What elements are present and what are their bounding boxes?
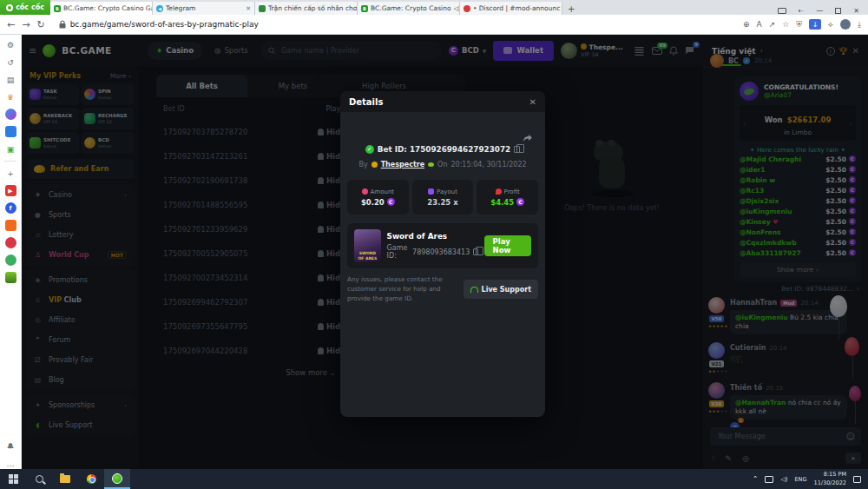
notification-bell-icon[interactable]: 🔔︎	[5, 440, 16, 452]
messenger-icon[interactable]	[5, 109, 16, 120]
bet-details-modal: Details ✕ ✓ Bet ID: 1750926994627923072 …	[340, 91, 545, 417]
game-card: SWORD OF ARES Sword of Ares Game ID: 789…	[347, 223, 538, 268]
action-center-icon[interactable]	[853, 476, 861, 483]
tab-title: BC.Game: Crypto Casino Ga	[63, 4, 153, 12]
medal-icon	[372, 162, 378, 168]
profile-avatar-icon[interactable]	[840, 19, 851, 30]
coccoc-sidebar: ⚙ ↺ ▤ ♛ ▣ + ▶ f 🔔︎ …	[0, 35, 22, 469]
chrome-icon[interactable]	[78, 469, 104, 489]
share-icon[interactable]: ↗	[769, 20, 776, 29]
close-window-button[interactable]: ✕	[853, 7, 859, 15]
youtube-icon[interactable]: ▶	[5, 185, 16, 196]
profit-icon	[496, 188, 502, 195]
bet-stats: Amount $0.20C Payout 23.25 x Profit $4.4…	[347, 180, 538, 215]
more-options-icon[interactable]: …	[5, 458, 16, 469]
divider	[4, 161, 16, 162]
taskbar-search-icon[interactable]	[26, 469, 52, 489]
speaker-icon[interactable]: ◁)	[780, 476, 787, 483]
start-button[interactable]	[0, 469, 26, 489]
bet-id-line: ✓ Bet ID: 1750926994627923072	[340, 145, 545, 154]
network-icon[interactable]	[765, 476, 773, 483]
screen: cốc cốc B BC.Game: Crypto Casino Ga ✕ ◀ …	[0, 0, 868, 489]
hidden-icons-chevron[interactable]: ⌃	[753, 475, 759, 483]
tab-discord[interactable]: • Discord | #mod-announc ✕	[460, 2, 562, 15]
bcgame-favicon: B	[361, 5, 368, 12]
close-modal-icon[interactable]: ✕	[529, 97, 536, 107]
cast-icon[interactable]	[778, 8, 786, 14]
windows-taskbar: ⌃ ◁) ENG 8:15 PM 11/30/2022	[0, 469, 868, 489]
address-bar: ← → ↻ bc.game/game/sword-of-ares-by-prag…	[0, 15, 868, 35]
tab-telegram[interactable]: ◀ Telegram ✕	[153, 2, 255, 15]
garden-game-icon[interactable]	[5, 272, 16, 283]
history-icon[interactable]: ↺	[5, 56, 16, 68]
translate-icon[interactable]: A	[757, 20, 762, 29]
browser-tab-bar: cốc cốc B BC.Game: Crypto Casino Ga ✕ ◀ …	[0, 0, 868, 15]
bet-datetime: 20:15:04, 30/11/2022	[450, 161, 526, 169]
coin-icon: C	[387, 198, 395, 206]
tab-tran-chien[interactable]: Trận chiến cấp số nhân chơi ✕	[255, 2, 358, 15]
minimize-button[interactable]: —	[816, 7, 823, 15]
clock-time: 8:15 PM	[814, 471, 846, 479]
shopee-icon[interactable]	[5, 220, 16, 231]
modal-title: Details	[349, 97, 383, 107]
stat-profit: Profit $4.45C	[477, 180, 538, 215]
download-button[interactable]: ↓	[809, 19, 821, 30]
game-id-value: 7898093683413	[412, 248, 470, 256]
url-box[interactable]: bc.game/game/sword-of-ares-by-pragmatic-…	[52, 17, 736, 32]
facebook-icon[interactable]: f	[5, 202, 16, 214]
live-support-button[interactable]: Live Support	[464, 280, 538, 299]
app-icon-red[interactable]	[5, 237, 16, 248]
verified-check-icon: ✓	[365, 145, 374, 154]
game-title: Sword of Ares	[387, 232, 478, 241]
copy-bet-id-icon[interactable]	[514, 146, 520, 153]
tab-bcgame-2[interactable]: B BC.Game: Crypto Casino ◁) ✕	[358, 2, 460, 15]
add-shortcut-icon[interactable]: +	[5, 168, 16, 179]
taskbar-clock[interactable]: 8:15 PM 11/30/2022	[814, 471, 846, 488]
play-now-button[interactable]: Play Now	[484, 235, 531, 256]
bcgame-favicon: B	[54, 5, 61, 12]
bet-author-line: By Thespectre On 20:15:04, 30/11/2022	[340, 161, 545, 169]
gamepad-icon[interactable]: ▣	[5, 143, 16, 155]
coccoc-taskbar-icon[interactable]	[104, 469, 130, 489]
keyboard-language[interactable]: ENG	[795, 476, 807, 483]
extension-icon[interactable]: ⟡	[828, 20, 833, 30]
app-icon-green[interactable]	[5, 254, 16, 266]
game-thumbnail[interactable]: SWORD OF ARES	[354, 229, 381, 262]
forward-icon[interactable]: →	[22, 20, 30, 30]
reading-list-icon[interactable]: ▤	[5, 74, 16, 85]
tab-bcgame-1[interactable]: B BC.Game: Crypto Casino Ga ✕	[50, 2, 153, 15]
stat-amount: Amount $0.20C	[347, 180, 409, 215]
bcgame-page: ≡ BC.GAME My VIP Perks More › TASKbonus …	[22, 35, 868, 469]
settings-gear-icon[interactable]: ⚙	[5, 39, 16, 50]
close-tab-icon[interactable]: ✕	[246, 5, 251, 12]
coccoc-logo-icon	[6, 4, 13, 11]
discord-favicon	[464, 5, 470, 12]
crown-icon[interactable]: ♛	[5, 91, 16, 102]
tab-title: Telegram	[166, 4, 195, 12]
back-icon[interactable]: ←	[7, 20, 15, 30]
zalo-icon[interactable]	[5, 126, 16, 137]
coccoc-brand[interactable]: cốc cốc	[0, 0, 50, 15]
tab-title: BC.Game: Crypto Casino	[371, 4, 450, 12]
adblock-shield-icon[interactable]: ⛨	[796, 20, 802, 30]
save-page-icon[interactable]: ⊕	[743, 20, 750, 29]
reload-icon[interactable]: ↻	[36, 20, 44, 30]
share-icon[interactable]	[523, 129, 533, 146]
lock-icon	[59, 20, 66, 29]
bookmark-star-icon[interactable]: ☆	[782, 20, 789, 29]
frog-emoji-icon	[428, 162, 434, 167]
downloads-tray-icon[interactable]: ⤓	[858, 20, 861, 30]
tab-audio-icon[interactable]: ◁)	[453, 5, 460, 12]
coin-icon: C	[516, 198, 524, 206]
tab-search-icon[interactable]: ⇠	[799, 7, 805, 15]
file-explorer-icon[interactable]	[52, 469, 78, 489]
telegram-favicon: ◀	[156, 5, 163, 12]
copy-game-id-icon[interactable]	[473, 248, 477, 255]
bet-id-value: 1750926994627923072	[410, 145, 510, 154]
favicon	[259, 5, 266, 12]
tab-title: • Discord | #mod-announc	[473, 4, 560, 12]
player-name-link[interactable]: Thespectre	[381, 161, 424, 169]
payout-icon	[428, 188, 434, 195]
maximize-button[interactable]	[835, 8, 841, 14]
new-tab-button[interactable]: +	[568, 4, 575, 14]
